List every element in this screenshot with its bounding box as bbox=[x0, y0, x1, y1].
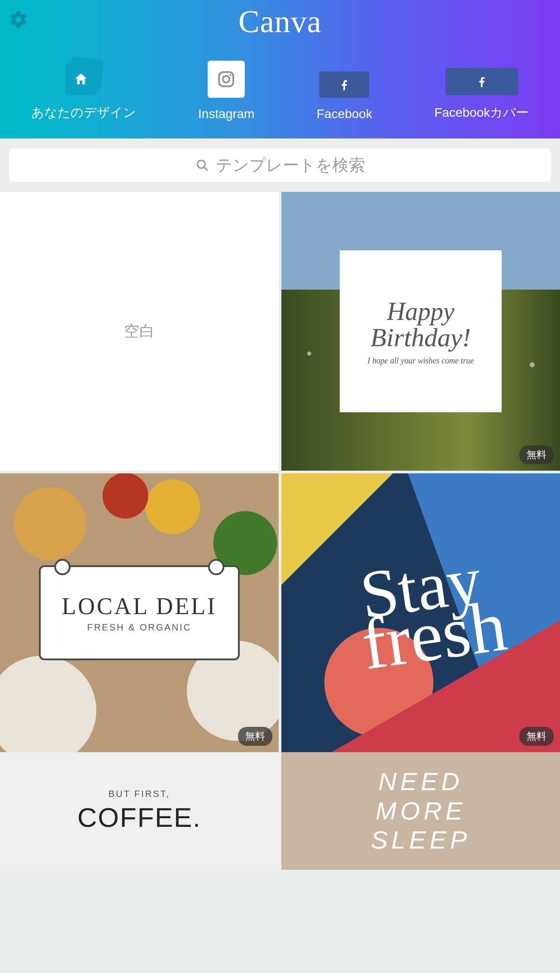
deli-plaque: LOCAL DELI FRESH & ORGANIC bbox=[39, 565, 240, 660]
instagram-tile-box bbox=[208, 61, 245, 98]
template-grid: 空白 Happy Birthday! I hope all your wishe… bbox=[0, 192, 560, 752]
sleep-line1: NEED bbox=[371, 767, 471, 796]
search-icon bbox=[195, 158, 209, 172]
tile-label: Instagram bbox=[198, 107, 255, 121]
sleep-text: NEED MORE SLEEP bbox=[371, 767, 471, 854]
search-placeholder: テンプレートを検索 bbox=[216, 154, 365, 176]
deli-line2: FRESH & ORGANIC bbox=[87, 622, 192, 633]
free-badge: 無料 bbox=[238, 727, 272, 746]
birthday-line2: Birthday! bbox=[370, 322, 471, 353]
template-grid-row3: BUT FIRST, COFFEE. NEED MORE SLEEP bbox=[0, 752, 560, 870]
template-stay-fresh[interactable]: Stay fresh 無料 bbox=[281, 473, 560, 752]
template-happy-birthday[interactable]: Happy Birthday! I hope all your wishes c… bbox=[281, 192, 560, 471]
sleep-line2: MORE bbox=[371, 797, 471, 825]
free-badge: 無料 bbox=[519, 727, 554, 746]
app-header: Canva あなたのデザイン Instagram Facebook bbox=[0, 0, 560, 138]
instagram-icon bbox=[217, 70, 236, 89]
brand-logo: Canva bbox=[238, 4, 322, 40]
tile-label: Facebook bbox=[317, 107, 372, 121]
tile-facebook-cover[interactable]: Facebookカバー bbox=[434, 68, 529, 121]
tile-label: Facebookカバー bbox=[434, 104, 529, 121]
facebook-tile-box bbox=[319, 72, 369, 98]
coffee-overline: BUT FIRST, bbox=[109, 789, 170, 799]
tile-label: あなたのデザイン bbox=[31, 104, 136, 121]
birthday-inner: Happy Birthday! I hope all your wishes c… bbox=[340, 250, 501, 412]
blank-label: 空白 bbox=[124, 321, 155, 342]
your-designs-icon bbox=[65, 58, 102, 95]
sleep-line3: SLEEP bbox=[371, 825, 471, 854]
birthday-line1: Happy bbox=[387, 297, 454, 326]
template-local-deli[interactable]: LOCAL DELI FRESH & ORGANIC 無料 bbox=[0, 473, 279, 752]
template-search[interactable]: テンプレートを検索 bbox=[9, 148, 551, 182]
stayfresh-text: Stay fresh bbox=[348, 557, 493, 669]
design-type-tiles: あなたのデザイン Instagram Facebook Facebookカバー bbox=[0, 58, 560, 121]
svg-point-2 bbox=[230, 74, 232, 76]
template-blank[interactable]: 空白 bbox=[0, 192, 279, 471]
template-need-more-sleep[interactable]: NEED MORE SLEEP bbox=[281, 752, 560, 870]
home-icon bbox=[73, 72, 89, 87]
coffee-main: COFFEE. bbox=[77, 802, 201, 833]
search-section: テンプレートを検索 bbox=[0, 138, 560, 192]
free-badge: 無料 bbox=[519, 445, 554, 464]
deli-line1: LOCAL DELI bbox=[62, 593, 217, 620]
svg-rect-0 bbox=[219, 72, 234, 86]
svg-line-4 bbox=[204, 167, 207, 170]
facebook-icon bbox=[337, 78, 351, 91]
settings-button[interactable] bbox=[7, 8, 30, 31]
stayfresh-line2: fresh bbox=[358, 592, 510, 677]
tile-your-designs[interactable]: あなたのデザイン bbox=[31, 58, 136, 121]
facebook-cover-tile-box bbox=[446, 68, 518, 95]
tile-instagram[interactable]: Instagram bbox=[198, 61, 255, 121]
birthday-sub: I hope all your wishes come true bbox=[368, 356, 474, 366]
facebook-icon bbox=[475, 75, 489, 88]
template-coffee[interactable]: BUT FIRST, COFFEE. bbox=[0, 752, 279, 870]
svg-point-1 bbox=[223, 76, 230, 83]
gear-icon bbox=[9, 10, 28, 29]
tile-facebook[interactable]: Facebook bbox=[317, 72, 372, 121]
